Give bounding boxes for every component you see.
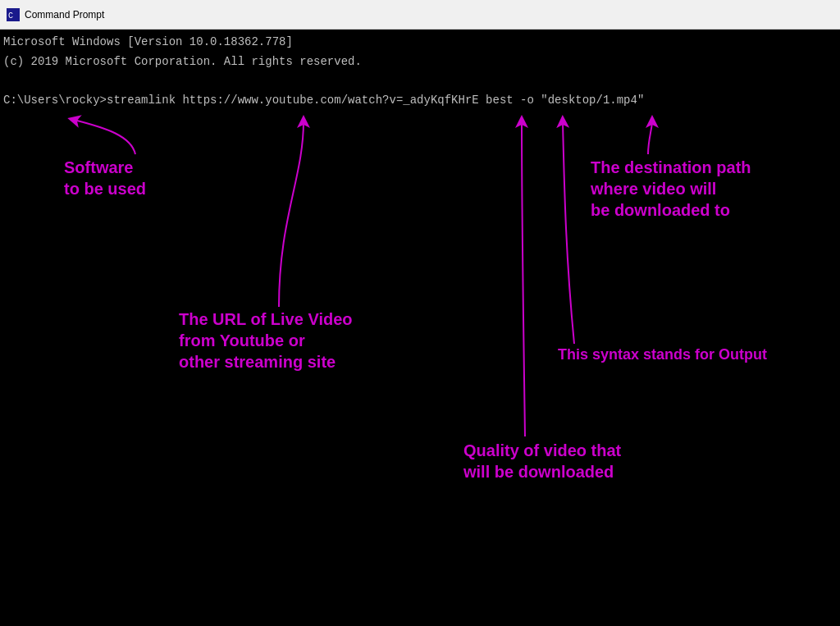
annotation-quality: Quality of video that will be downloaded: [463, 440, 621, 482]
annotation-destination: The destination path where video will be…: [591, 157, 751, 221]
terminal-line-2: (c) 2019 Microsoft Corporation. All righ…: [0, 53, 840, 72]
terminal-line-3: [0, 71, 840, 91]
terminal-line-1: Microsoft Windows [Version 10.0.18362.77…: [0, 33, 840, 53]
cmd-icon: C: [7, 8, 20, 21]
annotation-url: The URL of Live Video from Youtube or ot…: [179, 308, 353, 372]
terminal-window: Microsoft Windows [Version 10.0.18362.77…: [0, 30, 840, 626]
arrows-overlay: [0, 30, 840, 626]
terminal-line-4: C:\Users\rocky>streamlink https://www.yo…: [0, 91, 840, 111]
window-title: Command Prompt: [25, 9, 104, 21]
annotation-syntax: This syntax stands for Output: [558, 345, 767, 364]
title-bar: C Command Prompt: [0, 0, 840, 30]
svg-text:C: C: [8, 11, 13, 21]
terminal-output: Microsoft Windows [Version 10.0.18362.77…: [0, 33, 840, 110]
annotation-software: Software to be used: [64, 157, 146, 199]
